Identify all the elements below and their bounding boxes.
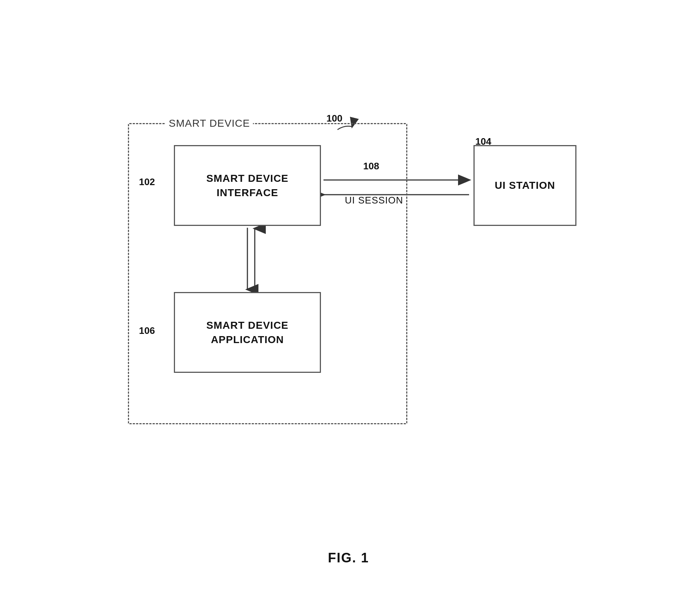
sdi-label: SMART DEVICE INTERFACE [206, 171, 289, 200]
diagram-container: SMART DEVICE 100 SMART DEVICE INTERFACE … [18, 18, 679, 588]
sda-label: SMART DEVICE APPLICATION [206, 318, 289, 347]
fig-caption: FIG. 1 [328, 550, 369, 566]
ref-100: 100 [326, 113, 342, 124]
sdi-box: SMART DEVICE INTERFACE [174, 145, 321, 226]
ref-104: 104 [475, 136, 491, 147]
sda-box: SMART DEVICE APPLICATION [174, 292, 321, 373]
ui-station-label: UI STATION [495, 178, 555, 192]
ui-station-box: UI STATION [473, 145, 576, 226]
ref-108: 108 [363, 161, 379, 172]
ui-session-label: UI SESSION [345, 195, 403, 206]
smart-device-label: SMART DEVICE [166, 118, 253, 129]
main-area: SMART DEVICE 100 SMART DEVICE INTERFACE … [110, 101, 587, 505]
ref-106: 106 [139, 325, 155, 336]
ref-102: 102 [139, 176, 155, 188]
